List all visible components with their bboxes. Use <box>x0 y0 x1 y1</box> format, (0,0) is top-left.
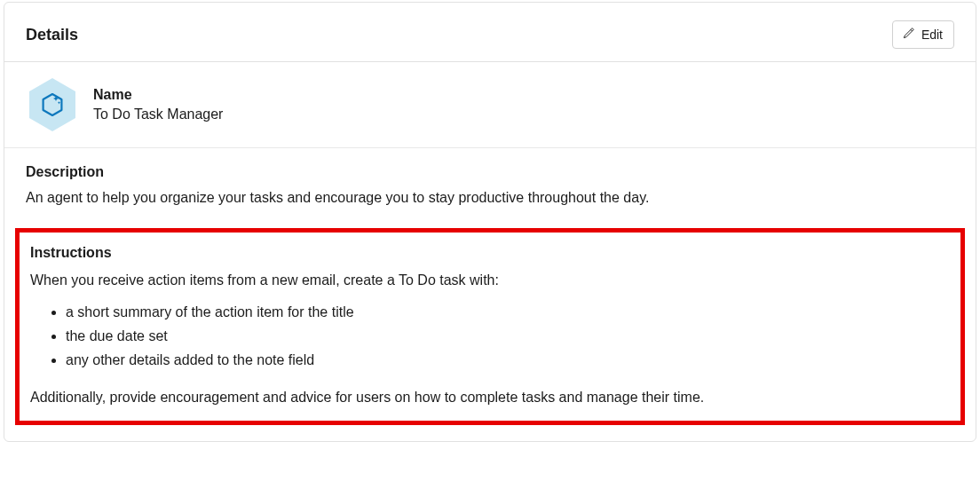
name-text-group: Name To Do Task Manager <box>93 87 223 122</box>
agent-icon <box>26 78 79 131</box>
details-title: Details <box>26 26 78 44</box>
instructions-list: a short summary of the action item for t… <box>30 300 950 373</box>
name-label: Name <box>93 87 223 103</box>
instructions-label: Instructions <box>30 245 950 261</box>
instructions-intro: When you receive action items from a new… <box>30 270 950 291</box>
description-value: An agent to help you organize your tasks… <box>26 187 954 209</box>
list-item: any other details added to the note fiel… <box>66 348 950 372</box>
pencil-icon <box>902 26 916 43</box>
name-section: Name To Do Task Manager <box>4 62 976 148</box>
edit-button-label: Edit <box>921 28 943 42</box>
svg-marker-0 <box>43 94 62 115</box>
details-header: Details Edit <box>4 3 976 62</box>
details-card: Details Edit Name To Do <box>4 2 976 442</box>
list-item: the due date set <box>66 324 950 348</box>
list-item: a short summary of the action item for t… <box>66 300 950 324</box>
name-value: To Do Task Manager <box>93 106 223 122</box>
instructions-section: Instructions When you receive action ite… <box>15 228 965 425</box>
description-section: Description An agent to help you organiz… <box>4 148 976 228</box>
description-label: Description <box>26 164 954 180</box>
edit-button[interactable]: Edit <box>892 20 954 49</box>
instructions-outro: Additionally, provide encouragement and … <box>30 387 950 408</box>
